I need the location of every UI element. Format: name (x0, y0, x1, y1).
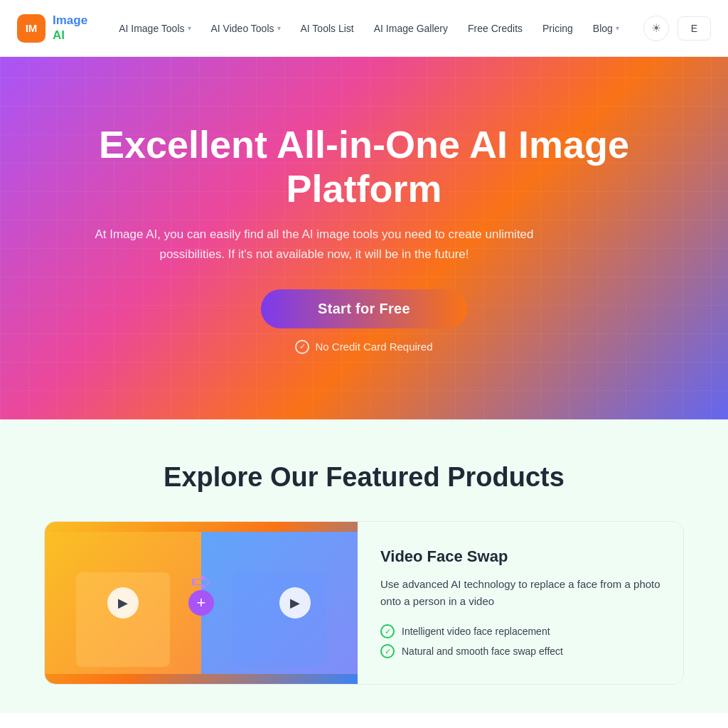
navbar: IM Image AI AI Image Tools ▾ AI Video To… (0, 0, 728, 57)
sign-in-button[interactable]: E (678, 16, 711, 41)
nav-item-ai-image-tools[interactable]: AI Image Tools ▾ (110, 17, 199, 40)
product-name: Video Face Swap (380, 547, 660, 566)
feature-list: ✓ Intelligent video face replacement ✓ N… (380, 624, 660, 658)
nav-item-ai-video-tools[interactable]: AI Video Tools ▾ (203, 17, 289, 40)
product-thumbnail: ▶ ▶ ➪ + (45, 532, 358, 674)
hero-subtitle: At Image AI, you can easily find all the… (87, 225, 542, 263)
chevron-down-icon: ▾ (277, 24, 281, 32)
products-section: Explore Our Featured Products (0, 419, 728, 713)
nav-items: AI Image Tools ▾ AI Video Tools ▾ AI Too… (110, 17, 643, 40)
product-image: ▶ ▶ ➪ + (45, 522, 358, 684)
nav-item-ai-tools-list[interactable]: AI Tools List (292, 17, 363, 40)
hero-content: Excellent All-in-One AI Image Platform A… (87, 122, 641, 354)
feature-item: ✓ Intelligent video face replacement (380, 624, 660, 638)
feature-checkmark-icon: ✓ (380, 644, 395, 658)
hero-section: Excellent All-in-One AI Image Platform A… (0, 57, 728, 419)
no-credit-card-note: ✓ No Credit Card Required (87, 340, 641, 354)
nav-item-free-credits[interactable]: Free Credits (459, 17, 531, 40)
start-for-free-button[interactable]: Start for Free (261, 289, 467, 328)
feature-item: ✓ Natural and smooth face swap effect (380, 644, 660, 658)
product-description: Use advanced AI technology to replace a … (380, 576, 660, 610)
hero-title: Excellent All-in-One AI Image Platform (87, 122, 641, 210)
product-card-video-face-swap: ▶ ▶ ➪ + Video Face Swap Use advanced AI … (44, 521, 684, 685)
nav-item-pricing[interactable]: Pricing (534, 17, 582, 40)
chevron-down-icon: ▾ (188, 24, 191, 32)
logo-text: Image AI (53, 14, 87, 43)
product-info: Video Face Swap Use advanced AI technolo… (358, 522, 683, 684)
play-button-left[interactable]: ▶ (107, 587, 139, 619)
section-title: Explore Our Featured Products (17, 462, 711, 493)
logo-icon: IM (17, 14, 46, 43)
swap-arrow-icon: ➪ (191, 567, 212, 596)
chevron-down-icon: ▾ (616, 24, 619, 32)
sun-icon: ☀ (651, 21, 661, 35)
feature-checkmark-icon: ✓ (380, 624, 395, 638)
nav-item-ai-image-gallery[interactable]: AI Image Gallery (365, 17, 456, 40)
nav-right: ☀ E (643, 16, 711, 41)
checkmark-icon: ✓ (295, 340, 309, 354)
nav-item-blog[interactable]: Blog ▾ (584, 17, 628, 40)
logo[interactable]: IM Image AI (17, 14, 87, 43)
theme-toggle-button[interactable]: ☀ (643, 16, 669, 41)
play-button-right[interactable]: ▶ (279, 587, 311, 619)
